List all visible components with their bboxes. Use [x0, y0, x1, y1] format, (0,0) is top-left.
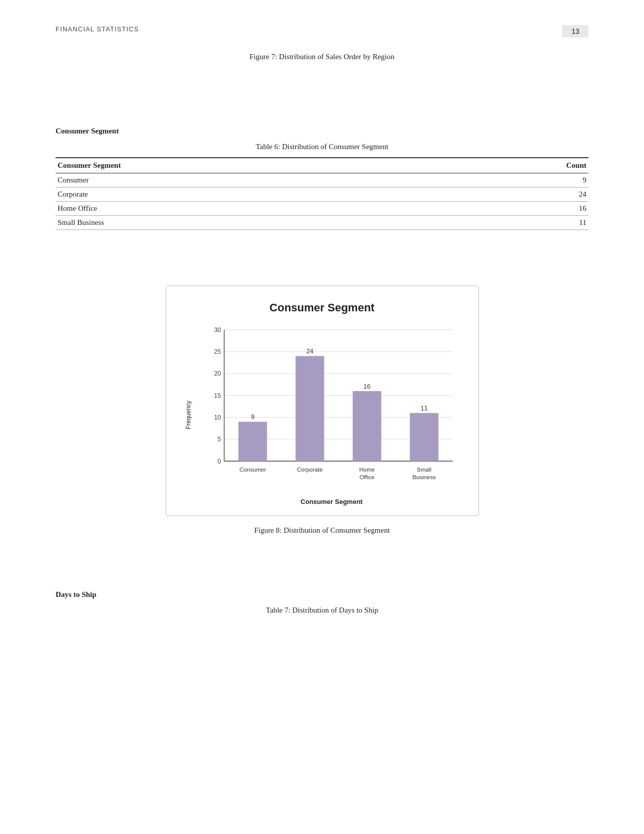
consumer-segment-table: Consumer Segment Count Consumer 9Corpora…: [56, 157, 588, 230]
col1-header: Consumer Segment: [56, 158, 447, 173]
svg-text:9: 9: [251, 413, 254, 421]
svg-text:16: 16: [363, 383, 370, 390]
table-row: Small Business 11: [56, 216, 588, 230]
table7-caption: Table 7: Distribution of Days to Ship: [56, 606, 588, 615]
table-row: Home Office 16: [56, 202, 588, 216]
spacer3: [56, 555, 588, 570]
consumer-segment-heading: Consumer Segment: [56, 127, 588, 135]
spacer1: [56, 81, 588, 122]
svg-text:Consumer: Consumer: [239, 467, 266, 473]
svg-text:10: 10: [214, 414, 221, 421]
consumer-segment-chart: Consumer Segment Frequency 0510152025309…: [166, 286, 479, 516]
svg-rect-22: [353, 391, 381, 461]
svg-text:Office: Office: [359, 474, 374, 480]
figure8-caption: Figure 8: Distribution of Consumer Segme…: [56, 526, 588, 535]
days-to-ship-heading: Days to Ship: [56, 590, 588, 599]
page-header: FINANCIAL STATISTICS 13: [56, 25, 588, 37]
svg-text:11: 11: [420, 405, 427, 412]
svg-text:Home: Home: [359, 467, 374, 473]
svg-text:Small: Small: [417, 467, 431, 473]
table-row: Consumer 9: [56, 173, 588, 188]
count-cell: 24: [447, 188, 588, 202]
count-cell: 9: [447, 173, 588, 188]
chart-inner: 0510152025309Consumer24Corporate16HomeOf…: [201, 325, 463, 505]
svg-text:25: 25: [214, 348, 221, 355]
chart-svg: 0510152025309Consumer24Corporate16HomeOf…: [201, 325, 463, 493]
count-cell: 11: [447, 216, 588, 230]
page-number: 13: [562, 25, 588, 37]
svg-rect-19: [295, 356, 324, 461]
svg-text:Business: Business: [412, 474, 436, 480]
svg-text:5: 5: [217, 436, 221, 443]
table-row: Corporate 24: [56, 188, 588, 202]
chart-title: Consumer Segment: [181, 301, 463, 314]
segment-cell: Small Business: [56, 216, 447, 230]
y-axis-wrap: Frequency: [181, 325, 196, 505]
y-axis-label: Frequency: [185, 401, 192, 430]
x-axis-title: Consumer Segment: [201, 498, 463, 505]
segment-cell: Consumer: [56, 173, 447, 188]
figure7-caption: Figure 7: Distribution of Sales Order by…: [56, 53, 588, 61]
table-header-row: Consumer Segment Count: [56, 158, 588, 173]
header-title: FINANCIAL STATISTICS: [56, 25, 139, 33]
svg-text:24: 24: [306, 348, 313, 355]
svg-text:Corporate: Corporate: [297, 467, 323, 473]
svg-rect-16: [238, 422, 267, 461]
svg-rect-26: [410, 413, 438, 461]
chart-area: Frequency 0510152025309Consumer24Corpora…: [181, 325, 463, 505]
count-cell: 16: [447, 202, 588, 216]
table6-caption: Table 6: Distribution of Consumer Segmen…: [56, 143, 588, 151]
svg-text:30: 30: [214, 327, 221, 334]
days-to-ship-section: Days to Ship Table 7: Distribution of Da…: [56, 590, 588, 615]
col2-header: Count: [447, 158, 588, 173]
page: FINANCIAL STATISTICS 13 Figure 7: Distri…: [0, 0, 644, 834]
segment-cell: Home Office: [56, 202, 447, 216]
svg-text:20: 20: [214, 370, 221, 377]
svg-text:0: 0: [217, 458, 221, 465]
svg-text:15: 15: [214, 392, 221, 399]
spacer2: [56, 255, 588, 286]
segment-cell: Corporate: [56, 188, 447, 202]
